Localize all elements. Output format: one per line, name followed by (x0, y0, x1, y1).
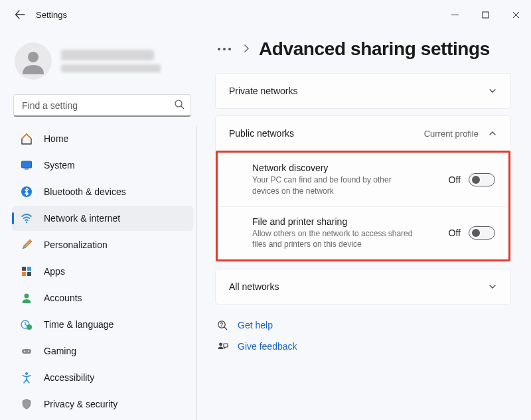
get-help-link[interactable]: Get help (216, 319, 511, 331)
file-printer-sharing-toggle[interactable] (469, 226, 495, 240)
sidebar-item-bluetooth[interactable]: Bluetooth & devices (12, 179, 193, 204)
feedback-icon (216, 340, 228, 352)
sidebar-item-accessibility[interactable]: Accessibility (12, 365, 193, 390)
setting-description: Your PC can find and be found by other d… (252, 175, 418, 197)
chevron-up-icon (488, 129, 497, 138)
private-networks-expander[interactable]: Private networks (216, 74, 510, 108)
svg-point-11 (25, 294, 29, 299)
svg-point-20 (219, 342, 222, 346)
home-icon (20, 132, 33, 145)
paintbrush-icon (20, 238, 33, 251)
all-networks-expander[interactable]: All networks (216, 269, 510, 304)
sidebar-item-network[interactable]: Network & internet (12, 206, 193, 231)
sidebar-item-label: Accounts (44, 293, 82, 303)
link-label: Get help (238, 320, 273, 330)
setting-network-discovery: Network discovery Your PC can find and b… (218, 153, 508, 206)
minimize-icon (451, 11, 459, 19)
chevron-right-icon (243, 44, 250, 55)
svg-point-15 (24, 350, 25, 352)
window-minimize-button[interactable] (439, 4, 470, 25)
bluetooth-icon (20, 185, 33, 198)
public-networks-expander[interactable]: Public networks Current profile (216, 116, 510, 151)
sidebar-item-personalization[interactable]: Personalization (12, 232, 193, 257)
section-label: Public networks (229, 128, 294, 139)
sidebar-item-home[interactable]: Home (12, 126, 193, 151)
sidebar-item-system[interactable]: System (12, 153, 193, 178)
sidebar-item-label: Accessibility (44, 372, 94, 383)
svg-rect-14 (22, 349, 31, 354)
setting-title: Network discovery (252, 163, 438, 173)
sidebar-item-label: System (44, 160, 75, 171)
svg-point-2 (175, 100, 182, 107)
sidebar-item-accounts[interactable]: Accounts (12, 285, 193, 311)
page-title: Advanced sharing settings (259, 38, 490, 60)
maximize-icon (482, 11, 489, 19)
sidebar-item-label: Network & internet (44, 213, 120, 224)
window-close-button[interactable] (500, 4, 531, 25)
search-input[interactable] (13, 94, 191, 117)
sidebar-item-label: Gaming (44, 346, 76, 356)
wifi-icon (20, 212, 33, 225)
breadcrumb-ellipsis-button[interactable] (215, 45, 234, 53)
svg-rect-3 (22, 161, 32, 168)
svg-rect-10 (27, 272, 31, 276)
display-icon (20, 159, 33, 172)
sidebar-item-apps[interactable]: Apps (12, 259, 193, 284)
chevron-down-icon (488, 282, 497, 291)
clock-globe-icon (20, 318, 33, 331)
window-maximize-button[interactable] (470, 4, 500, 25)
setting-description: Allow others on the network to access sh… (252, 228, 418, 251)
section-label: Private networks (229, 86, 297, 96)
setting-file-printer-sharing: File and printer sharing Allow others on… (218, 206, 508, 260)
svg-point-1 (28, 52, 38, 62)
sidebar-item-gaming[interactable]: Gaming (12, 338, 193, 364)
give-feedback-link[interactable]: Give feedback (216, 340, 511, 352)
profile-name-redacted (61, 50, 154, 60)
svg-point-19 (221, 326, 222, 326)
close-icon (512, 11, 520, 19)
sidebar-item-label: Bluetooth & devices (44, 186, 126, 197)
person-icon (20, 291, 33, 305)
sidebar-item-time-language[interactable]: Time & language (12, 312, 193, 337)
svg-point-6 (26, 222, 27, 223)
svg-point-17 (25, 372, 28, 375)
profile-text (61, 50, 161, 72)
footer-links: Get help Give feedback (215, 319, 511, 352)
apps-icon (20, 265, 33, 278)
search-icon (175, 100, 185, 111)
arrow-left-icon (15, 9, 25, 20)
current-profile-label: Current profile (424, 129, 479, 139)
chevron-down-icon (488, 86, 497, 96)
highlighted-settings-box: Network discovery Your PC can find and b… (216, 151, 510, 261)
section-all-networks: All networks (215, 269, 511, 305)
svg-rect-4 (25, 169, 29, 170)
sidebar: Home System Bluetooth & devices (0, 29, 199, 420)
profile-block[interactable] (12, 42, 196, 80)
svg-rect-7 (22, 267, 26, 271)
titlebar: Settings (0, 0, 531, 29)
gamepad-icon (20, 344, 33, 358)
svg-point-16 (28, 350, 29, 352)
section-public-networks: Public networks Current profile Network … (215, 115, 511, 262)
nav-list: Home System Bluetooth & devices (12, 126, 196, 420)
back-button[interactable] (7, 1, 33, 28)
main-content: Advanced sharing settings Private networ… (199, 29, 531, 420)
sidebar-item-label: Apps (44, 266, 65, 277)
shield-icon (20, 397, 33, 411)
section-private-networks: Private networks (215, 73, 511, 109)
toggle-state-label: Off (449, 175, 461, 185)
profile-email-redacted (61, 64, 161, 72)
breadcrumb: Advanced sharing settings (215, 38, 511, 60)
accessibility-icon (20, 371, 33, 384)
search-box (13, 94, 191, 117)
sidebar-item-label: Home (44, 133, 68, 144)
svg-rect-8 (27, 267, 31, 271)
setting-title: File and printer sharing (252, 216, 438, 227)
sidebar-item-privacy[interactable]: Privacy & security (12, 391, 193, 417)
svg-rect-9 (22, 272, 26, 276)
sidebar-item-label: Time & language (44, 319, 114, 330)
network-discovery-toggle[interactable] (469, 173, 495, 186)
toggle-state-label: Off (449, 228, 461, 238)
link-label: Give feedback (238, 341, 297, 352)
svg-point-13 (27, 324, 32, 330)
